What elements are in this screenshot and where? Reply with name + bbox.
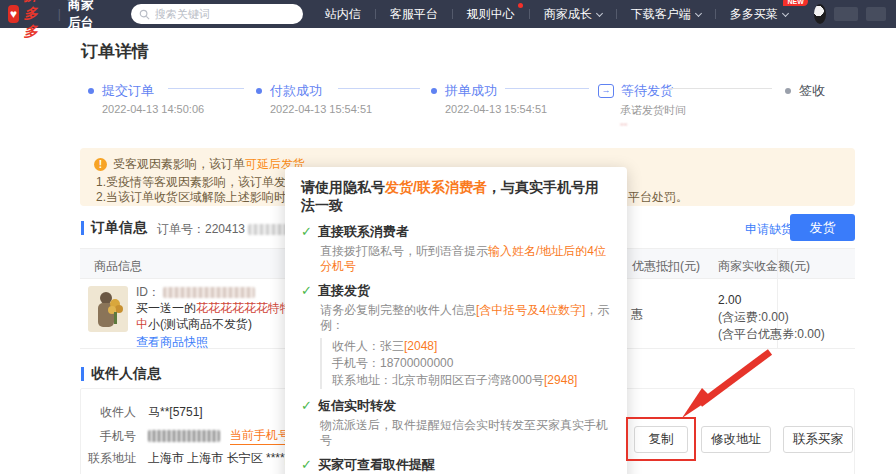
step-awaiting-shipment: → 等待发货 (598, 82, 673, 100)
step-signed: 签收 (785, 82, 825, 100)
notification-dot (518, 3, 523, 8)
phone-number-redacted (148, 430, 220, 442)
account-name-redacted (866, 7, 886, 21)
product-thumbnail[interactable] (88, 286, 128, 332)
nav-item-download-client[interactable]: 下载客户端 (627, 6, 705, 23)
promise-ship-time-value: -- (620, 117, 627, 129)
step-dot (785, 88, 791, 94)
step-time: 2022-04-13 15:54:51 (270, 103, 372, 115)
order-info-title: 订单信息 (91, 219, 147, 237)
nav-item-service-platform[interactable]: 客服平台 (386, 6, 442, 23)
popup-title: 请使用隐私号发货/联系消费者，与真实手机号用法一致 (301, 179, 611, 215)
popup-item-contact: ✓直接联系消费者 直接拨打隐私号，听到语音提示输入姓名/地址后的4位分机号 (301, 223, 611, 274)
step-group-success: 拼单成功 (431, 82, 497, 100)
check-icon: ✓ (301, 457, 312, 472)
product-id-redacted (163, 287, 255, 298)
brand-name[interactable]: 拼多多 (24, 0, 51, 41)
order-detail-page: ♥ 拼多多 | 商家后台 站内信 客服平台 规则中心 商家成长 下载客户端 多多… (0, 0, 896, 474)
chevron-down-icon (695, 9, 702, 16)
global-search[interactable] (131, 4, 303, 24)
ship-button[interactable]: 发货 (790, 214, 855, 241)
nav-item-messages[interactable]: 站内信 (321, 6, 365, 23)
recipient-info-title: 收件人信息 (91, 365, 161, 383)
pinduoduo-logo-icon[interactable]: ♥ (8, 5, 19, 23)
top-nav: ♥ 拼多多 | 商家后台 站内信 客服平台 规则中心 商家成长 下载客户端 多多… (0, 0, 896, 28)
col-discount: 优惠抵扣(元) (632, 258, 700, 275)
shipment-box-icon: → (598, 84, 614, 98)
view-snapshot-link[interactable]: 查看商品快照 (136, 334, 208, 351)
popup-item-sms: ✓短信实时转发 物流派送后，取件提醒短信会实时转发至买家真实手机号 (301, 397, 611, 448)
step-dot (431, 88, 437, 94)
account-name-redacted (834, 7, 858, 21)
col-merchant-amount: 商家实收金额(元) (718, 258, 810, 275)
step-dot (256, 88, 262, 94)
product-name: 商家后台 (68, 0, 99, 32)
new-badge: NEW (783, 0, 807, 6)
nav-divider: | (58, 7, 61, 21)
search-input[interactable] (155, 8, 295, 20)
apply-stockout-link[interactable]: 申请缺货 (745, 221, 793, 238)
popup-item-pickup: ✓买家可查看取件提醒 买家可在拼多多APP中订单详情页/物流详情页查看收货手机号 (301, 456, 611, 474)
copy-button[interactable]: 复制 (634, 426, 688, 453)
promise-ship-time-label: 承诺发货时间 (620, 103, 686, 118)
contact-buyer-button[interactable]: 联系买家 (783, 426, 853, 453)
nav-links: 站内信 客服平台 规则中心 商家成长 下载客户端 多多买菜NEW (321, 6, 792, 23)
step-time: 2022-04-13 14:50:06 (102, 103, 204, 115)
search-icon (139, 9, 150, 20)
nav-item-merchant-growth[interactable]: 商家成长 (540, 6, 606, 23)
check-icon: ✓ (301, 283, 312, 298)
address-example-block: 收件人：张三[2048] 手机号：18700000000 联系地址：北京市朝阳区… (320, 338, 611, 389)
banner-line1: 受客观因素影响，该订单 (113, 156, 245, 173)
check-icon: ✓ (301, 224, 312, 239)
privacy-number-popup: 请使用隐私号发货/联系消费者，与真实手机号用法一致 ✓直接联系消费者 直接拨打隐… (285, 167, 627, 474)
chevron-down-icon (596, 9, 603, 16)
merchant-amount-cell: 2.00 (含运费:0.00) (含平台优惠券:0.00) (718, 292, 825, 343)
product-id: ID： (136, 284, 255, 301)
check-icon: ✓ (301, 398, 312, 413)
step-submit-order: 提交订单 (88, 82, 154, 100)
col-product: 商品信息 (94, 258, 142, 275)
step-payment-success: 付款成功 (256, 82, 322, 100)
section-bar (81, 367, 84, 381)
edit-address-button[interactable]: 修改地址 (701, 426, 771, 453)
discount-cell-fragment: 惠 (631, 306, 643, 323)
popup-item-ship: ✓直接发货 请务必复制完整的收件人信息[含中括号及4位数字]，示例： 收件人：张… (301, 282, 611, 389)
page-title: 订单详情 (81, 40, 149, 63)
step-time: 2022-04-13 15:54:51 (445, 103, 547, 115)
warning-icon: ! (94, 158, 107, 171)
nav-item-duoduo-maicai[interactable]: 多多买菜NEW (726, 6, 792, 23)
recipient-name-row: 收件人 马**[5751] (84, 404, 203, 421)
section-bar (81, 221, 84, 235)
nav-item-rule-center[interactable]: 规则中心 (463, 6, 519, 23)
step-dot (88, 88, 94, 94)
avatar[interactable] (814, 4, 826, 24)
chevron-down-icon (782, 9, 789, 16)
banner-line3-tail: 平台处罚。 (628, 189, 688, 206)
